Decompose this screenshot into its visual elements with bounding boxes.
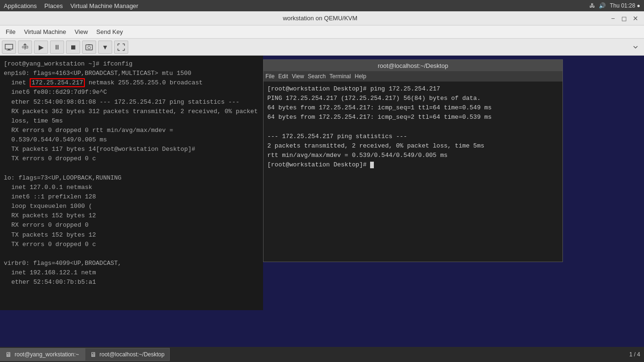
tab-icon-1: 🖥 — [5, 351, 12, 358]
maximize-button[interactable]: ◻ — [619, 14, 629, 23]
tab-label-2: root@localhost:~/Desktop — [99, 351, 165, 358]
bg-terminal-content: [root@yang_workstation ~]# ifconfig enp1… — [4, 59, 259, 287]
svg-point-3 — [22, 46, 24, 48]
fg-terminal-titlebar: root@localhost:~/Desktop — [264, 60, 562, 71]
fg-menu-search[interactable]: Search — [308, 73, 326, 80]
tab-localhost-desktop[interactable]: 🖥 root@localhost:~/Desktop — [85, 348, 170, 361]
cursor — [370, 162, 374, 168]
toolbar-stop-btn[interactable]: ⏹ — [66, 41, 80, 54]
highlighted-ip: 172.25.254.217 — [30, 78, 85, 87]
audio-icon: 🔊 — [599, 2, 606, 9]
svg-rect-7 — [88, 44, 91, 45]
qemu-toolbar: ▶ ⏸ ⏹ ▼ — [0, 39, 644, 56]
applications-menu[interactable]: Applications — [4, 2, 37, 9]
menu-view[interactable]: View — [71, 27, 91, 36]
fg-terminal: root@localhost:~/Desktop File Edit View … — [263, 59, 563, 262]
toolbar-fullscreen-btn[interactable] — [114, 41, 128, 54]
toolbar-usb-btn[interactable] — [18, 41, 32, 54]
qemu-titlebar: workstation on QEMU/KVM − ◻ ✕ — [0, 11, 644, 25]
toolbar-pause-btn[interactable]: ⏸ — [50, 41, 64, 54]
tab-label-1: root@yang_workstation:~ — [15, 351, 79, 358]
menu-virtual-machine[interactable]: Virtual Machine — [20, 27, 70, 36]
toolbar-display-btn[interactable] — [2, 41, 16, 54]
menu-send-key[interactable]: Send Key — [92, 27, 126, 36]
network-icon: 🖧 — [589, 2, 595, 9]
svg-rect-2 — [7, 50, 11, 50]
tab-counter: 1 / 4 — [629, 351, 644, 358]
qemu-window-controls: − ◻ ✕ — [608, 14, 640, 23]
fg-menu-edit[interactable]: Edit — [278, 73, 288, 80]
toolbar-expand-btn[interactable] — [629, 41, 642, 54]
fg-menu-terminal[interactable]: Terminal — [330, 73, 351, 80]
toolbar-dropdown-btn[interactable]: ▼ — [98, 41, 112, 54]
qemu-window: workstation on QEMU/KVM − ◻ ✕ File Virtu… — [0, 11, 644, 362]
fg-terminal-menubar: File Edit View Search Terminal Help — [264, 71, 562, 82]
svg-rect-4 — [26, 46, 28, 48]
toolbar-screenshot-btn[interactable] — [82, 41, 96, 54]
svg-rect-0 — [5, 44, 13, 49]
fg-menu-view[interactable]: View — [292, 73, 304, 80]
fg-terminal-content[interactable]: [root@workstation Desktop]# ping 172.25.… — [264, 82, 562, 262]
fg-menu-file[interactable]: File — [265, 73, 274, 80]
places-menu[interactable]: Places — [44, 2, 63, 9]
close-button[interactable]: ✕ — [631, 14, 640, 23]
svg-rect-1 — [8, 49, 10, 50]
vm-display: [root@yang_workstation ~]# ifconfig enp1… — [0, 56, 644, 362]
fg-terminal-title: root@localhost:~/Desktop — [378, 62, 448, 69]
datetime: Thu 01:28 ● — [610, 2, 640, 9]
system-bar-left: Applications Places Virtual Machine Mana… — [4, 2, 138, 9]
svg-point-6 — [88, 46, 91, 49]
vm-manager-menu[interactable]: Virtual Machine Manager — [70, 2, 138, 9]
tab-bar: 🖥 root@yang_workstation:~ 🖥 root@localho… — [0, 347, 644, 362]
toolbar-play-btn[interactable]: ▶ — [34, 41, 48, 54]
bg-terminal[interactable]: [root@yang_workstation ~]# ifconfig enp1… — [0, 56, 263, 310]
qemu-menubar: File Virtual Machine View Send Key — [0, 25, 644, 39]
tab-icon-2: 🖥 — [90, 351, 97, 358]
fg-menu-help[interactable]: Help — [355, 73, 366, 80]
menu-file[interactable]: File — [2, 27, 19, 36]
tab-yang-workstation[interactable]: 🖥 root@yang_workstation:~ — [0, 348, 85, 361]
minimize-button[interactable]: − — [608, 14, 618, 23]
system-bar-right: 🖧 🔊 Thu 01:28 ● — [589, 2, 640, 9]
qemu-window-title: workstation on QEMU/KVM — [32, 15, 608, 22]
system-bar: Applications Places Virtual Machine Mana… — [0, 0, 644, 11]
